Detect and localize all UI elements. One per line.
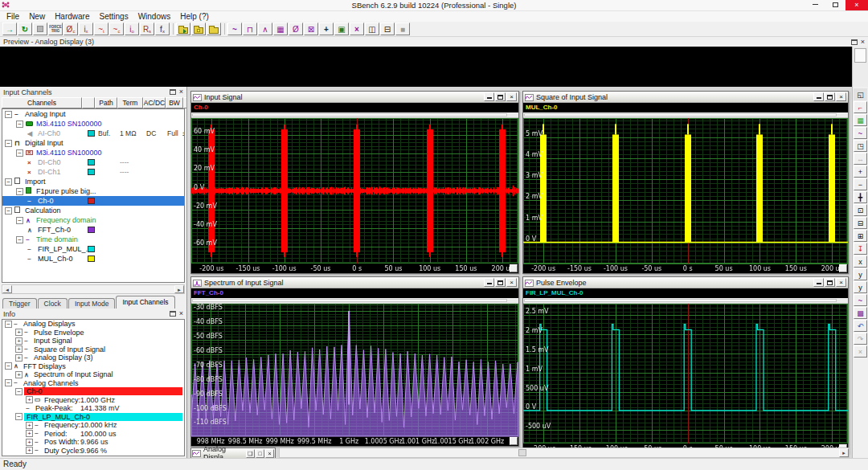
restore-icon[interactable]: ❏ bbox=[246, 449, 255, 458]
column-header-color[interactable] bbox=[82, 97, 95, 108]
cursor-drop-tool[interactable]: ↧ bbox=[854, 243, 867, 255]
chart-h-scrollbar[interactable] bbox=[523, 112, 848, 118]
minimized-window-analog-display[interactable]: Analog Displa..❏□× bbox=[190, 448, 276, 458]
tree-expander-icon[interactable]: + bbox=[15, 337, 23, 345]
chart-window-titlebar[interactable]: Spectrum of Input Signal× bbox=[191, 277, 518, 288]
pointer-tool[interactable]: ◱ bbox=[854, 88, 867, 100]
channel-tree-row[interactable]: ×DI-Ch1---- bbox=[2, 167, 184, 177]
channel-tree-row[interactable]: −~Time domain bbox=[2, 235, 184, 244]
minimize-icon[interactable] bbox=[484, 278, 494, 287]
minimize-icon[interactable] bbox=[805, 0, 825, 10]
tree-expander-icon[interactable]: − bbox=[15, 413, 23, 420]
zoom-out-tool[interactable]: − bbox=[854, 178, 867, 190]
chart-window-titlebar[interactable]: Square of Input Signal× bbox=[523, 92, 848, 103]
pixel-grid-tool[interactable]: ▩ bbox=[854, 307, 867, 319]
chart-scroll-nub[interactable] bbox=[510, 264, 518, 272]
close-icon[interactable]: × bbox=[506, 278, 517, 287]
minimize-icon[interactable] bbox=[484, 92, 494, 101]
zoom-in-tool[interactable]: + bbox=[854, 166, 867, 178]
tab-clock[interactable]: Clock bbox=[38, 298, 68, 309]
close-panel-icon[interactable]: × bbox=[179, 310, 183, 317]
channel-tree-row[interactable]: ~FIR_LP_MUL_... bbox=[2, 244, 184, 254]
channel-tree-row[interactable]: −F1pure pulse big... bbox=[2, 186, 184, 196]
channel-tree-row[interactable]: −~Analog Input bbox=[2, 109, 184, 119]
channel-tree-row[interactable]: ◀AI-Ch0Buf.1 MΩDCFull± 1.00 bbox=[2, 129, 184, 138]
dock-panel-icon[interactable] bbox=[170, 89, 176, 95]
io-settings-button[interactable]: io bbox=[125, 22, 139, 35]
info-tree-row[interactable]: +▭Frequency:1.000 GHz bbox=[2, 396, 184, 405]
info-tree-row[interactable]: +~Period:100.000 us bbox=[2, 430, 184, 439]
info-tree-row[interactable]: +~Duty Cycle:9.966 % bbox=[2, 447, 184, 456]
scrollbar-thumb[interactable] bbox=[854, 48, 866, 63]
legend-series-name[interactable]: FFT_Ch-0 bbox=[194, 289, 223, 296]
tree-expander-icon[interactable]: − bbox=[16, 121, 23, 128]
close-icon[interactable]: × bbox=[506, 92, 517, 101]
preview-scrollbar[interactable] bbox=[852, 47, 868, 87]
channel-color-chip[interactable] bbox=[88, 227, 95, 233]
legend-series-name[interactable]: MUL_Ch-0 bbox=[526, 104, 558, 111]
xy-display-button[interactable]: ⊠ bbox=[304, 22, 318, 35]
analog-display-tool[interactable]: ~ bbox=[854, 127, 867, 139]
chart-canvas[interactable] bbox=[523, 118, 848, 273]
clock-settings-button[interactable]: ~c bbox=[109, 22, 124, 35]
tree-expander-icon[interactable]: − bbox=[5, 379, 12, 386]
info-tree-row[interactable]: −Ch-0 bbox=[2, 387, 184, 396]
chart-plot-input-signal[interactable] bbox=[191, 118, 518, 273]
tab-trigger[interactable]: Trigger bbox=[2, 298, 37, 309]
tree-expander-icon[interactable]: − bbox=[15, 388, 23, 395]
chart-h-scrollbar[interactable] bbox=[191, 112, 518, 118]
maximize-icon[interactable] bbox=[825, 278, 835, 287]
close-panel-icon[interactable]: × bbox=[861, 39, 865, 46]
color-map-button[interactable]: ▣ bbox=[334, 22, 349, 35]
trigger-settings-button[interactable]: ~t bbox=[94, 22, 108, 35]
redo-button[interactable]: ↷ bbox=[854, 333, 867, 345]
channel-tree-row[interactable]: ~Ch-0 bbox=[2, 196, 184, 206]
scale-y-tool[interactable]: y bbox=[854, 268, 867, 280]
split-vertical-button[interactable]: ◫ bbox=[365, 22, 379, 35]
dock-panel-icon[interactable] bbox=[170, 311, 176, 317]
save-file-button[interactable] bbox=[191, 22, 206, 35]
close-panel-icon[interactable]: × bbox=[179, 88, 183, 96]
chart-plot-envelope[interactable] bbox=[523, 304, 848, 453]
info-tree-row[interactable]: +∧Spectrum of Input Signal bbox=[2, 370, 184, 379]
chart-plot-spectrum[interactable] bbox=[191, 304, 518, 446]
column-header-Term[interactable]: Term bbox=[117, 97, 143, 108]
channel-tree-row[interactable]: −Calculation bbox=[2, 206, 184, 215]
tree-expander-icon[interactable]: − bbox=[5, 178, 12, 186]
channel-tree-row[interactable]: ∧FFT_Ch-0 bbox=[2, 225, 184, 235]
channel-color-chip[interactable] bbox=[88, 198, 95, 204]
tree-expander-icon[interactable]: + bbox=[26, 396, 33, 403]
tree-expander-icon[interactable]: + bbox=[15, 354, 23, 362]
tree-expander-icon[interactable]: − bbox=[5, 362, 12, 370]
scroll-right-icon[interactable]: ▸ bbox=[839, 448, 849, 457]
tree-expander-icon[interactable]: + bbox=[15, 345, 23, 353]
close-icon[interactable]: × bbox=[265, 449, 274, 458]
menu-hardware[interactable]: Hardware bbox=[50, 11, 94, 22]
channel-tree-row[interactable]: ~MUL_Ch-0 bbox=[2, 254, 184, 264]
fit-height-tool[interactable]: ⊞ bbox=[854, 230, 867, 242]
column-header-BW[interactable]: BW bbox=[166, 97, 183, 108]
info-tree-row[interactable]: +~Square of Input Signal bbox=[2, 345, 184, 354]
info-tree-row[interactable]: +~Frequency:10.000 kHz bbox=[2, 421, 184, 430]
channel-tree-row[interactable]: −M3i.4110 SN100000 bbox=[2, 119, 184, 129]
tree-expander-icon[interactable]: − bbox=[16, 188, 23, 195]
tree-expander-icon[interactable]: + bbox=[26, 447, 33, 454]
duplicate-window-tool[interactable]: ◳ bbox=[854, 140, 867, 152]
single-layout-button[interactable]: ■ bbox=[395, 22, 410, 35]
scale-x-tool[interactable]: x bbox=[854, 255, 867, 268]
start-button[interactable]: → bbox=[2, 22, 17, 35]
chart-plot-square[interactable] bbox=[523, 118, 848, 273]
force-trigger-button[interactable]: FORCE TRIG bbox=[48, 22, 63, 35]
channel-tree-row[interactable]: ×DI-Ch0---- bbox=[2, 157, 184, 167]
maximize-icon[interactable] bbox=[825, 0, 845, 10]
tab-input-channels[interactable]: Input Channels bbox=[116, 296, 174, 309]
chart-scroll-nub[interactable] bbox=[510, 437, 518, 445]
tree-expander-icon[interactable]: − bbox=[5, 140, 12, 147]
minimize-icon[interactable] bbox=[813, 278, 824, 287]
column-header-AC/DC[interactable]: AC/DC bbox=[143, 97, 166, 108]
channel-color-chip[interactable] bbox=[88, 130, 95, 137]
info-tree-row[interactable]: −∧FFT Displays bbox=[2, 362, 184, 371]
channel-color-chip[interactable] bbox=[88, 169, 95, 175]
column-header-Channels[interactable]: Channels bbox=[2, 97, 82, 108]
tree-expander-icon[interactable]: + bbox=[26, 422, 33, 429]
